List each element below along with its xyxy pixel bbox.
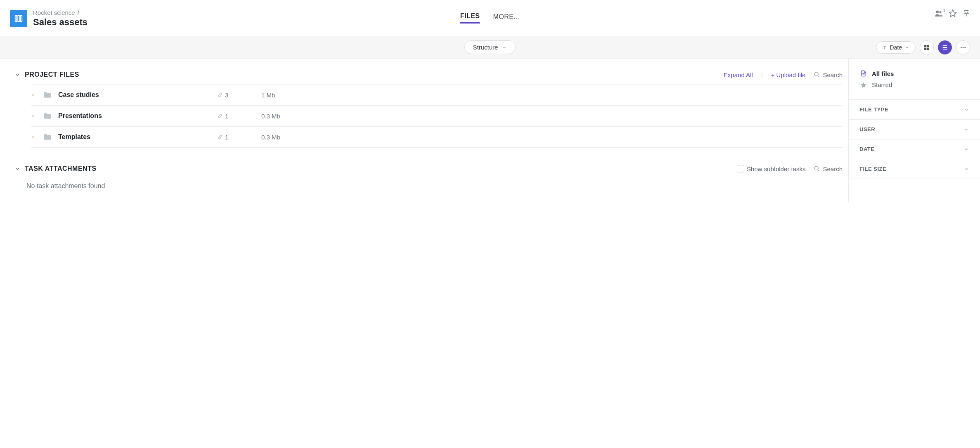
chevron-down-icon <box>904 45 909 50</box>
folder-row[interactable]: Case studies 3 1 Mb <box>31 84 843 105</box>
structure-label: Structure <box>473 44 498 51</box>
upload-file-link[interactable]: + Upload file <box>771 71 806 78</box>
sort-select[interactable]: Date <box>876 41 916 54</box>
svg-point-3 <box>936 11 939 13</box>
paperclip-icon <box>218 92 223 98</box>
folder-name: Case studies <box>58 91 211 99</box>
share-button[interactable]: 1 <box>935 10 943 17</box>
svg-point-4 <box>939 11 941 13</box>
chevron-right-icon <box>31 93 35 97</box>
task-attachments-header: TASK ATTACHMENTS Show subfolder tasks Se… <box>14 165 843 172</box>
svg-point-18 <box>814 72 818 76</box>
chevron-down-icon <box>14 71 21 78</box>
project-files-title-wrap[interactable]: PROJECT FILES <box>14 71 79 78</box>
checkbox-icon <box>737 165 744 172</box>
svg-rect-0 <box>15 15 17 21</box>
sort-label: Date <box>890 44 902 51</box>
folder-name: Templates <box>58 133 211 141</box>
task-attachments-section: TASK ATTACHMENTS Show subfolder tasks Se… <box>14 165 843 190</box>
star-button[interactable] <box>949 9 957 17</box>
chevron-down-icon <box>963 127 969 132</box>
filter-label: FILE TYPE <box>859 106 888 113</box>
chevron-down-icon <box>14 165 21 172</box>
folder-icon <box>43 91 52 99</box>
svg-rect-9 <box>927 45 929 47</box>
svg-point-16 <box>963 47 964 48</box>
filter-user[interactable]: USER <box>849 120 980 139</box>
svg-rect-11 <box>927 47 929 50</box>
header-actions: 1 <box>935 7 970 17</box>
divider: | <box>761 71 763 78</box>
sidebar-item-label: All files <box>872 70 894 77</box>
svg-point-17 <box>964 47 966 48</box>
sidebar-item-all-files[interactable]: All files <box>860 68 968 79</box>
svg-point-15 <box>961 47 962 48</box>
sidebar: All files Starred FILE TYPE USER <box>849 59 980 202</box>
sidebar-item-starred[interactable]: Starred <box>860 79 968 90</box>
filter-file-type[interactable]: FILE TYPE <box>849 100 980 120</box>
paperclip-icon <box>218 134 223 140</box>
chevron-right-icon <box>31 114 35 118</box>
task-attachments-title-wrap[interactable]: TASK ATTACHMENTS <box>14 165 97 172</box>
filter-date[interactable]: DATE <box>849 139 980 159</box>
more-options-button[interactable] <box>956 40 970 54</box>
folder-list: Case studies 3 1 Mb Presentations 1 <box>31 84 843 148</box>
chevron-down-icon <box>963 146 969 152</box>
svg-rect-2 <box>21 15 22 21</box>
chevron-right-icon <box>31 135 35 139</box>
folder-count: 1 <box>218 134 255 141</box>
svg-marker-5 <box>949 10 956 17</box>
folder-count: 3 <box>218 92 255 99</box>
expand-folder-button[interactable] <box>31 93 37 97</box>
project-files-actions: Expand All | + Upload file Search <box>724 71 843 78</box>
folder-icon <box>43 133 52 141</box>
tab-more[interactable]: MORE... <box>493 13 520 23</box>
filter-label: FILE SIZE <box>859 166 886 172</box>
breadcrumb-parent[interactable]: Rocket science <box>33 9 75 16</box>
view-grid-button[interactable] <box>920 40 934 54</box>
star-icon <box>860 82 867 88</box>
view-list-button[interactable] <box>938 40 952 54</box>
folder-name: Presentations <box>58 112 211 120</box>
show-subfolder-label: Show subfolder tasks <box>747 165 806 172</box>
chevron-down-icon <box>502 45 507 50</box>
task-attachments-heading: TASK ATTACHMENTS <box>25 165 97 172</box>
tab-files[interactable]: FILES <box>460 12 480 24</box>
project-icon <box>10 10 27 27</box>
pin-button[interactable] <box>963 9 970 17</box>
folder-size: 1 Mb <box>261 92 275 99</box>
arrow-up-icon <box>882 45 887 50</box>
expand-all-link[interactable]: Expand All <box>724 71 753 78</box>
project-files-header: PROJECT FILES Expand All | + Upload file… <box>14 71 843 78</box>
header-tabs: FILES MORE... <box>460 0 520 36</box>
sidebar-views: All files Starred <box>849 59 980 100</box>
expand-folder-button[interactable] <box>31 135 37 139</box>
expand-folder-button[interactable] <box>31 114 37 118</box>
toolbar-right: Date <box>876 40 970 54</box>
header: Rocket science / Sales assets FILES MORE… <box>0 0 980 36</box>
search-files-button[interactable]: Search <box>814 71 843 78</box>
folder-count: 1 <box>218 113 255 120</box>
svg-rect-8 <box>924 45 926 47</box>
search-label: Search <box>823 71 843 78</box>
no-attachments-message: No task attachments found <box>26 182 843 190</box>
header-left: Rocket science / Sales assets <box>10 7 88 28</box>
folder-size: 0.3 Mb <box>261 134 280 141</box>
svg-rect-1 <box>18 15 19 21</box>
folder-row[interactable]: Templates 1 0.3 Mb <box>31 126 843 148</box>
main-panel: PROJECT FILES Expand All | + Upload file… <box>0 59 849 202</box>
task-attachments-actions: Show subfolder tasks Search <box>737 165 843 172</box>
filter-label: USER <box>859 126 875 132</box>
show-subfolder-toggle[interactable]: Show subfolder tasks <box>737 165 806 172</box>
breadcrumb-separator: / <box>78 9 79 16</box>
chevron-down-icon <box>963 166 969 172</box>
svg-marker-24 <box>861 82 866 87</box>
folder-size: 0.3 Mb <box>261 113 280 120</box>
svg-line-19 <box>818 75 819 77</box>
structure-select[interactable]: Structure <box>464 40 516 54</box>
filter-file-size[interactable]: FILE SIZE <box>849 159 980 179</box>
sidebar-item-label: Starred <box>872 81 892 88</box>
search-attachments-button[interactable]: Search <box>814 165 843 172</box>
paperclip-icon <box>218 113 223 119</box>
folder-row[interactable]: Presentations 1 0.3 Mb <box>31 105 843 126</box>
